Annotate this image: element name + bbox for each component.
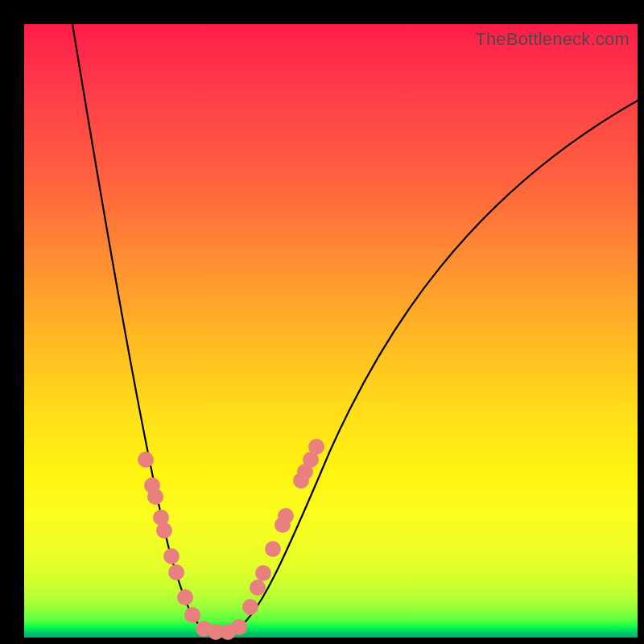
marker-layer xyxy=(138,439,324,640)
data-marker xyxy=(255,565,271,581)
data-marker xyxy=(308,439,324,455)
data-marker xyxy=(177,589,193,605)
data-marker xyxy=(184,607,200,623)
data-marker xyxy=(147,489,163,505)
data-marker xyxy=(242,599,258,615)
data-marker xyxy=(278,508,294,524)
plot-area: TheBottleneck.com xyxy=(24,24,638,638)
data-marker xyxy=(163,548,180,564)
data-marker xyxy=(250,580,266,596)
chart-overlay xyxy=(24,24,638,638)
data-marker xyxy=(168,564,184,580)
data-marker xyxy=(156,522,172,539)
outer-frame: TheBottleneck.com xyxy=(0,0,644,644)
data-marker xyxy=(265,541,281,557)
bottleneck-curve xyxy=(72,24,638,632)
data-marker xyxy=(231,619,247,635)
data-marker xyxy=(138,452,154,468)
